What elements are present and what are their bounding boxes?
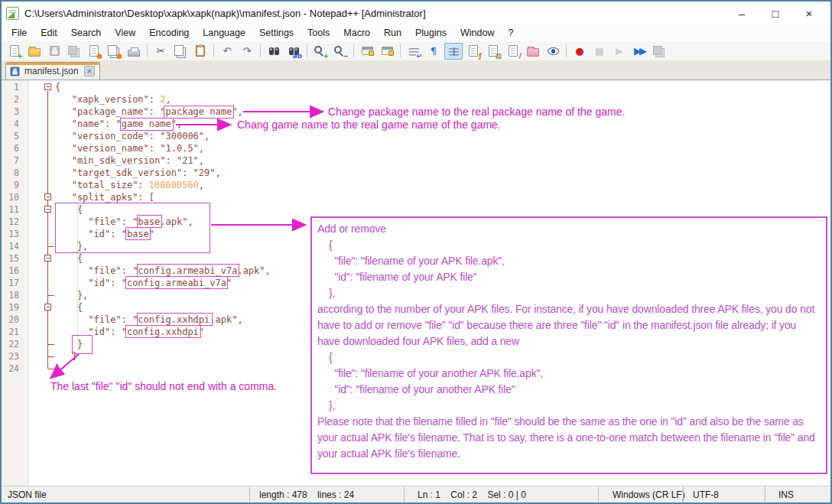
- code-line[interactable]: "id": "base": [55, 228, 154, 240]
- menu-plugins[interactable]: Plugins: [408, 25, 453, 41]
- code-line[interactable]: },: [55, 240, 88, 252]
- fold-margin-cell[interactable]: [29, 203, 55, 216]
- document-map-button[interactable]: ▤: [484, 43, 502, 60]
- code-line[interactable]: "file": "config.xxhdpi.apk",: [55, 314, 243, 326]
- code-line[interactable]: "split_apks": [: [55, 191, 154, 203]
- code-line[interactable]: {: [55, 301, 83, 314]
- open-file-button[interactable]: [25, 43, 44, 60]
- code-line[interactable]: "file": "config.armeabi_v7a.apk",: [55, 265, 271, 277]
- save-all-button[interactable]: [65, 43, 83, 60]
- menu-help[interactable]: ?: [501, 25, 520, 41]
- code-line[interactable]: {: [55, 252, 83, 265]
- zoom-in-button[interactable]: +: [311, 43, 330, 60]
- menu-language[interactable]: Language: [196, 25, 252, 41]
- code-line[interactable]: {: [55, 203, 83, 216]
- code-line[interactable]: "version_code": "300006",: [55, 130, 210, 142]
- redo-button[interactable]: ↷: [238, 43, 256, 60]
- code-line[interactable]: "total_size": 108600560,: [55, 179, 204, 191]
- indent-guide-button[interactable]: [444, 43, 463, 60]
- monitoring-eye-button[interactable]: [544, 43, 562, 60]
- fold-toggle-icon[interactable]: [44, 193, 51, 200]
- paste-button[interactable]: [191, 43, 210, 60]
- playback-button[interactable]: ▶: [610, 43, 629, 60]
- code-line[interactable]: "target_sdk_version": "29",: [55, 167, 221, 179]
- code-line[interactable]: "package_name": "package name",: [55, 106, 243, 118]
- toolbar-separator: [307, 44, 307, 57]
- minimize-button[interactable]: –: [725, 3, 759, 23]
- code-line[interactable]: "xapk_version": 2,: [55, 93, 171, 106]
- menu-search[interactable]: Search: [64, 25, 109, 41]
- fold-margin-cell: [29, 350, 55, 363]
- close-button[interactable]: ×: [792, 3, 826, 23]
- fold-tree-line: [47, 216, 48, 228]
- code-line[interactable]: "file": "base.apk",: [55, 216, 193, 228]
- menu-file[interactable]: File: [5, 25, 34, 41]
- close-file-badge: ●: [96, 53, 102, 60]
- print-button[interactable]: [125, 43, 143, 60]
- tab-manifest-json[interactable]: manifest.json ×: [5, 62, 100, 80]
- status-encoding[interactable]: UTF-8: [683, 486, 765, 502]
- close-file-button[interactable]: ●: [85, 43, 103, 60]
- menu-settings[interactable]: Settings: [252, 25, 301, 41]
- code-line[interactable]: }: [55, 338, 83, 350]
- fold-margin-cell[interactable]: [29, 191, 55, 203]
- close-all-icon: [108, 45, 117, 56]
- menu-run[interactable]: Run: [377, 25, 408, 41]
- save-file-button[interactable]: [45, 43, 63, 60]
- fold-margin-cell[interactable]: [29, 301, 55, 314]
- run-macro-multiple-button[interactable]: ▶▶: [630, 43, 648, 60]
- tab-close-icon[interactable]: ×: [84, 66, 95, 76]
- menu-view[interactable]: View: [108, 25, 142, 41]
- code-line[interactable]: "version_name": "1.0.5",: [55, 142, 204, 154]
- code-line[interactable]: "id": "config.armeabi_v7a": [55, 277, 232, 289]
- editor-row: 10 "split_apks": [: [2, 191, 830, 203]
- fold-margin-cell: [29, 154, 55, 167]
- zoom-out-badge: −: [343, 53, 349, 60]
- close-all-button[interactable]: ●: [105, 43, 123, 60]
- fold-toggle-icon[interactable]: [44, 304, 51, 311]
- code-line[interactable]: "name": "game name",: [55, 118, 182, 130]
- fold-toggle-icon[interactable]: [44, 255, 51, 262]
- new-file-button[interactable]: +: [5, 43, 24, 60]
- code-line[interactable]: }: [55, 363, 60, 375]
- copy-button[interactable]: [171, 43, 190, 60]
- sync-horizontal-button[interactable]: [378, 43, 396, 60]
- maximize-button[interactable]: □: [759, 3, 792, 23]
- annotation-line: },: [317, 398, 821, 414]
- run-macro-multiple-icon: ▶▶: [634, 46, 645, 56]
- notepadpp-icon: [6, 7, 19, 20]
- code-line[interactable]: {: [55, 81, 60, 93]
- menu-macro[interactable]: Macro: [336, 25, 377, 41]
- folder-as-workspace-button[interactable]: [524, 43, 542, 60]
- start-recording-button[interactable]: ●: [570, 43, 589, 60]
- word-wrap-button[interactable]: ↵: [405, 43, 423, 60]
- fold-tree-line: [47, 265, 48, 277]
- status-eol-format[interactable]: Windows (CR LF): [598, 486, 683, 502]
- save-recorded-macro-button[interactable]: [650, 43, 668, 60]
- undo-button[interactable]: ↶: [218, 43, 236, 60]
- code-line[interactable]: "id": "config.xxhdpi": [55, 326, 204, 338]
- line-number: 9: [2, 179, 29, 191]
- document-list-button[interactable]: /: [504, 43, 522, 60]
- menu-tools[interactable]: Tools: [301, 25, 336, 41]
- replace-button[interactable]: ab: [284, 43, 303, 60]
- code-line[interactable]: },: [55, 289, 88, 301]
- menu-window[interactable]: Window: [453, 25, 501, 41]
- cut-button[interactable]: ✂: [151, 43, 170, 60]
- fold-margin-cell[interactable]: [29, 252, 55, 265]
- menu-encoding[interactable]: Encoding: [142, 25, 196, 41]
- status-typing-mode[interactable]: INS: [765, 486, 830, 502]
- fold-margin-cell[interactable]: [29, 81, 55, 93]
- find-button[interactable]: [265, 43, 283, 60]
- sync-vertical-button[interactable]: [358, 43, 376, 60]
- show-all-characters-button[interactable]: ¶: [424, 43, 443, 60]
- stop-recording-button[interactable]: ■: [590, 43, 609, 60]
- fold-toggle-icon[interactable]: [44, 206, 51, 213]
- menu-edit[interactable]: Edit: [34, 25, 64, 41]
- zoom-out-button[interactable]: −: [331, 43, 349, 60]
- function-list-button[interactable]: ƒ: [464, 43, 483, 60]
- code-line[interactable]: "min_sdk_version": "21",: [55, 154, 204, 167]
- code-line[interactable]: ]: [55, 350, 77, 363]
- fold-toggle-icon[interactable]: [44, 83, 51, 90]
- editor-area[interactable]: 1{2 "xapk_version": 2,3 "package_name": …: [2, 80, 830, 486]
